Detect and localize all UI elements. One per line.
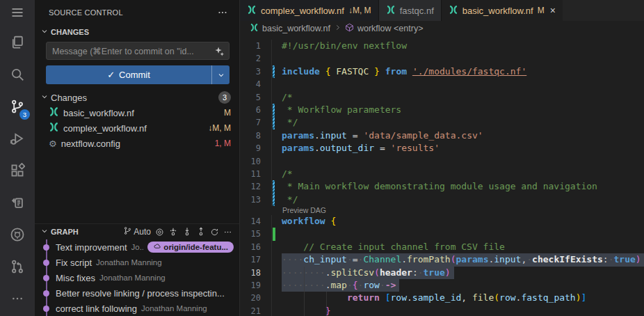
code-line[interactable]: 4 — [240, 78, 644, 90]
code-line[interactable]: 13 */ — [240, 193, 644, 206]
line-number[interactable]: 17 — [240, 253, 268, 266]
tab-complex-workflow[interactable]: complex_workflow.nf ↓M, M — [240, 0, 379, 21]
line-number[interactable]: 6 — [240, 104, 268, 116]
sidebar-item-github[interactable] — [0, 220, 35, 252]
code-line[interactable]: 16 // Create input channel from CSV file — [240, 241, 644, 253]
tab-fastqc[interactable]: fastqc.nf — [379, 0, 442, 21]
commit-row[interactable]: Fix script Jonathan Manning — [35, 255, 239, 270]
push-icon[interactable] — [196, 227, 206, 237]
close-icon[interactable]: × — [550, 5, 556, 16]
code-line[interactable]: 2 — [240, 52, 644, 65]
code-line[interactable]: 21 } — [240, 305, 644, 316]
code-line[interactable]: 19········.map·{·row·-> — [240, 279, 644, 292]
line-number[interactable]: 11 — [240, 168, 268, 180]
commit-button[interactable]: ✓ Commit — [46, 65, 230, 84]
code-line[interactable]: 3include { FASTQC } from './modules/fast… — [240, 65, 644, 78]
changes-section-header[interactable]: CHANGES — [35, 24, 239, 40]
changes-tree-header[interactable]: Changes 3 — [35, 90, 239, 105]
commit-author: Jonathan Manning — [99, 274, 166, 282]
code-line[interactable]: 10 — [240, 155, 644, 168]
git-modified-gutter-marker — [271, 180, 282, 193]
chevron-right-icon — [334, 24, 341, 33]
tab-basic-workflow[interactable]: basic_workflow.nf M × — [442, 0, 563, 21]
code-line[interactable]: 14workflow { — [240, 215, 644, 228]
remote-branch-badge[interactable]: origin/ide-featu... — [147, 242, 234, 253]
line-number[interactable]: 4 — [240, 78, 268, 90]
remote-branch-label: origin/ide-featu... — [163, 243, 228, 251]
commit-message-input[interactable]: Message (⌘Enter to commit on "id... — [46, 42, 230, 60]
fetch-icon[interactable] — [168, 227, 178, 237]
code-line[interactable]: 6 * Workflow parameters — [240, 104, 644, 116]
git-modified-gutter-marker — [271, 193, 282, 206]
commit-row[interactable]: correct link following Jonathan Manning — [35, 301, 239, 316]
code-line[interactable]: 8params.input = 'data/sample_data.csv' — [240, 129, 644, 142]
line-number[interactable]: 2 — [240, 52, 268, 65]
sidebar-item-extensions[interactable] — [0, 156, 35, 188]
activity-more-button[interactable] — [0, 284, 35, 316]
line-number[interactable]: 16 — [240, 241, 268, 253]
goto-current-commit-icon[interactable] — [155, 228, 164, 237]
line-number[interactable]: 12 — [240, 180, 268, 193]
references-icon — [10, 195, 25, 213]
line-number[interactable]: 10 — [240, 155, 268, 168]
codelens-preview-dag[interactable]: Preview DAG — [240, 206, 644, 215]
commit-row[interactable]: Text improvement Jo... origin/ide-featu.… — [35, 239, 239, 255]
sidebar-item-run-debug[interactable] — [0, 124, 35, 156]
line-number[interactable]: 20 — [240, 292, 268, 304]
indent-guide — [304, 305, 305, 316]
extensions-icon — [10, 163, 25, 181]
sidebar-item-explorer[interactable] — [0, 28, 35, 60]
line-number[interactable]: 21 — [240, 305, 268, 316]
line-number[interactable]: 5 — [240, 91, 268, 104]
breadcrumb-file[interactable]: basic_workflow.nf — [262, 24, 330, 33]
line-number[interactable]: 19 — [240, 279, 268, 292]
commit-author: Jonathan Manning — [96, 258, 162, 267]
line-number[interactable]: 18 — [240, 267, 268, 279]
sidebar-item-pull-request[interactable] — [0, 252, 35, 284]
sidebar-item-references[interactable] — [0, 188, 35, 220]
graph-section-header[interactable]: GRAPH Auto — [35, 224, 239, 239]
code-text: ········.splitCsv(header:·true) — [282, 267, 454, 279]
changed-file-basic-workflow[interactable]: basic_workflow.nf M — [35, 105, 239, 120]
code-line[interactable]: 11/* — [240, 168, 644, 180]
refresh-icon[interactable] — [210, 228, 219, 237]
commit-row[interactable]: Misc fixes Jonathan Manning — [35, 270, 239, 285]
pull-icon[interactable] — [182, 227, 192, 237]
commit-dropdown-button[interactable] — [211, 65, 230, 84]
line-number[interactable]: 14 — [240, 215, 268, 228]
code-line[interactable]: 7 */ — [240, 116, 644, 129]
panel-more-actions-icon[interactable] — [216, 6, 230, 19]
line-number[interactable]: 8 — [240, 129, 268, 142]
code-line[interactable]: 1#!/usr/bin/env nextflow — [240, 40, 644, 52]
graph-more-icon[interactable] — [223, 228, 232, 237]
git-modified-gutter-marker — [271, 116, 282, 129]
code-line[interactable]: 20 return [row.sample_id, file(row.fastq… — [240, 292, 644, 304]
commit-row[interactable]: Better resolve linking / process inspect… — [35, 285, 239, 301]
changed-file-complex-workflow[interactable]: complex_workflow.nf ↓M, M — [35, 120, 239, 136]
line-number[interactable]: 9 — [240, 142, 268, 155]
breadcrumb-symbol[interactable]: workflow <entry> — [357, 24, 423, 33]
sparkle-icon[interactable] — [214, 46, 225, 56]
line-number[interactable]: 7 — [240, 116, 268, 129]
graph-section-label: GRAPH — [51, 228, 79, 236]
git-modified-gutter-marker — [271, 104, 282, 116]
code-line[interactable]: 17····ch_input·=·Channel.fromPath(params… — [240, 253, 644, 266]
sidebar-item-source-control[interactable]: 3 — [0, 92, 35, 124]
changed-file-nextflow-config[interactable]: ⚙ nextflow.config 1, M — [35, 136, 239, 151]
nextflow-icon — [247, 5, 257, 17]
line-number[interactable]: 3 — [240, 65, 268, 78]
code-line[interactable]: 15 — [240, 228, 644, 240]
line-number[interactable]: 15 — [240, 228, 268, 240]
changes-tree-label: Changes — [51, 93, 87, 103]
vscode-window: 3 SOURCE CONTROL CHANGES — [0, 0, 644, 316]
code-line[interactable]: 5/* — [240, 91, 644, 104]
branch-icon — [123, 226, 132, 237]
code-line[interactable]: 12 * Main workflow demonstrating module … — [240, 180, 644, 193]
menu-button[interactable] — [0, 0, 35, 28]
code-line[interactable]: 9params.output_dir = 'results' — [240, 142, 644, 155]
line-number[interactable]: 1 — [240, 40, 268, 52]
sidebar-item-search[interactable] — [0, 60, 35, 92]
graph-auto-toggle[interactable]: Auto — [123, 226, 151, 237]
code-line[interactable]: 18········.splitCsv(header:·true) — [240, 267, 644, 279]
line-number[interactable]: 13 — [240, 193, 268, 206]
